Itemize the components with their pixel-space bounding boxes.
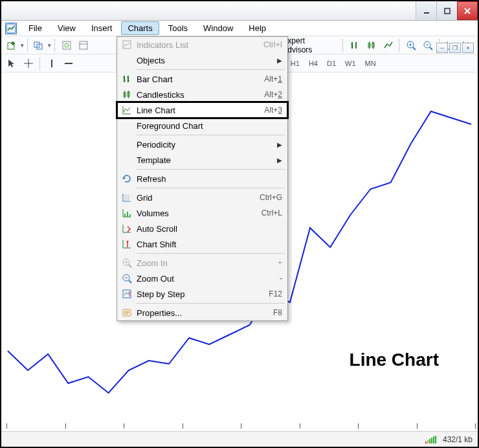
menu-item-shortcut: Ctrl+L — [262, 208, 282, 218]
chart-annotation: Line Chart — [350, 350, 439, 370]
zoom-in-icon — [117, 258, 137, 268]
crosshair-tool[interactable] — [21, 56, 36, 71]
menu-item-foreground-chart[interactable]: Foreground Chart — [117, 118, 287, 133]
mdi-minimize[interactable]: – — [436, 43, 448, 53]
menu-item-label: Volumes — [137, 208, 262, 218]
candlestick-icon — [117, 89, 137, 100]
menu-item-volumes[interactable]: VolumesCtrl+L — [117, 205, 287, 221]
menu-item-label: Grid — [137, 193, 260, 203]
chartshift-icon — [117, 239, 137, 249]
tf-h4[interactable]: H4 — [305, 58, 322, 69]
menu-item-label: Foreground Chart — [137, 121, 282, 131]
menu-item-label: Bar Chart — [137, 74, 264, 84]
tf-h1[interactable]: H1 — [287, 58, 304, 69]
refresh-icon — [117, 174, 137, 184]
menu-item-grid[interactable]: GridCtrl+G — [117, 190, 287, 205]
menu-item-label: Chart Shift — [137, 240, 282, 249]
vline-tool[interactable] — [44, 56, 60, 71]
menu-item-shortcut: F12 — [269, 289, 282, 298]
grid-icon — [117, 192, 137, 203]
status-text: 432/1 kb — [443, 435, 473, 444]
status-bar: 432/1 kb — [1, 431, 478, 447]
submenu-arrow-icon: ▶ — [277, 57, 282, 64]
svg-marker-55 — [122, 177, 126, 179]
menu-item-chart-shift[interactable]: Chart Shift — [117, 236, 287, 252]
menu-tools[interactable]: Tools — [162, 21, 194, 35]
menu-file[interactable]: File — [22, 21, 49, 35]
menu-item-line-chart[interactable]: Line ChartAlt+3 — [117, 102, 287, 118]
indicators-icon — [117, 39, 137, 50]
menu-item-periodicity[interactable]: Periodicity▶ — [117, 137, 287, 152]
menu-item-label: Properties... — [137, 308, 273, 318]
menu-item-zoom-in: Zoom In+ — [117, 255, 287, 271]
mdi-close[interactable]: × — [462, 43, 474, 53]
submenu-arrow-icon: ▶ — [277, 157, 282, 164]
menu-item-objects[interactable]: Objects▶ — [117, 52, 287, 68]
menu-insert[interactable]: Insert — [85, 21, 119, 35]
menu-item-label: Zoom Out — [137, 274, 280, 284]
menu-window[interactable]: Window — [197, 21, 240, 35]
menu-item-shortcut: Alt+3 — [264, 106, 282, 115]
menu-view[interactable]: View — [51, 21, 82, 35]
bar-chart-toolbar[interactable] — [347, 38, 362, 52]
properties-icon — [117, 308, 137, 318]
close-button[interactable] — [457, 1, 478, 20]
new-chart-button[interactable] — [4, 38, 19, 52]
svg-rect-64 — [124, 214, 126, 217]
menu-item-shortcut: Ctrl+I — [263, 40, 282, 49]
svg-rect-12 — [80, 41, 87, 49]
menu-item-label: Indicators List — [137, 40, 263, 50]
tf-mn[interactable]: MN — [361, 58, 380, 69]
tf-w1[interactable]: W1 — [341, 58, 360, 69]
menu-item-shortcut: F8 — [273, 308, 282, 317]
menu-item-shortcut: Alt+1 — [264, 74, 282, 84]
menu-item-candlesticks[interactable]: CandlesticksAlt+2 — [117, 87, 287, 102]
menu-item-label: Refresh — [137, 174, 282, 184]
menu-item-properties[interactable]: Properties...F8 — [117, 305, 287, 320]
menu-item-label: Objects — [137, 56, 277, 65]
svg-line-74 — [129, 265, 131, 267]
step-icon — [117, 289, 137, 299]
menu-item-shortcut: - — [280, 274, 282, 283]
menu-item-auto-scroll[interactable]: Auto Scroll — [117, 221, 287, 236]
data-window-button[interactable] — [76, 38, 91, 52]
tf-d1[interactable]: D1 — [323, 58, 340, 69]
menu-item-zoom-out[interactable]: Zoom Out- — [117, 271, 287, 286]
svg-rect-1 — [445, 8, 450, 14]
menu-item-label: Zoom In — [137, 258, 278, 268]
menu-item-label: Line Chart — [137, 106, 264, 115]
menu-item-bar-chart[interactable]: Bar ChartAlt+1 — [117, 71, 287, 87]
window-title-bar — [1, 1, 478, 21]
svg-rect-65 — [127, 212, 128, 217]
line-chart-toolbar[interactable] — [381, 38, 396, 52]
svg-line-26 — [413, 47, 416, 50]
svg-line-30 — [430, 47, 432, 50]
autoscroll-icon — [117, 223, 137, 234]
cursor-tool[interactable] — [4, 56, 19, 71]
charts-dropdown: Indicators ListCtrl+IObjects▶Bar ChartAl… — [117, 36, 288, 321]
minimize-button[interactable] — [416, 1, 436, 20]
market-watch-button[interactable] — [59, 38, 74, 52]
menu-item-template[interactable]: Template▶ — [117, 152, 287, 168]
candle-chart-toolbar[interactable] — [364, 38, 379, 52]
bar-chart-icon — [117, 74, 137, 84]
connection-icon — [425, 436, 436, 443]
svg-line-78 — [129, 280, 131, 283]
menu-item-indicators-list: Indicators ListCtrl+I — [117, 37, 287, 52]
menu-help[interactable]: Help — [242, 21, 273, 35]
menu-item-label: Step by Step — [137, 289, 269, 299]
zoom-out-toolbar[interactable] — [420, 38, 436, 52]
svg-rect-10 — [63, 41, 71, 49]
zoom-in-toolbar[interactable] — [403, 38, 419, 52]
mdi-controls: – ❐ × — [436, 43, 474, 53]
mdi-restore[interactable]: ❐ — [449, 43, 461, 53]
menu-item-refresh[interactable]: Refresh — [117, 171, 287, 186]
hline-tool[interactable] — [61, 56, 76, 71]
svg-point-11 — [65, 43, 69, 47]
menu-item-label: Candlesticks — [137, 90, 264, 100]
maximize-button[interactable] — [436, 1, 457, 20]
profiles-button[interactable] — [32, 38, 47, 52]
menu-item-step-by-step[interactable]: Step by StepF12 — [117, 286, 287, 302]
menu-charts[interactable]: Charts — [121, 21, 159, 35]
svg-marker-72 — [126, 241, 129, 243]
